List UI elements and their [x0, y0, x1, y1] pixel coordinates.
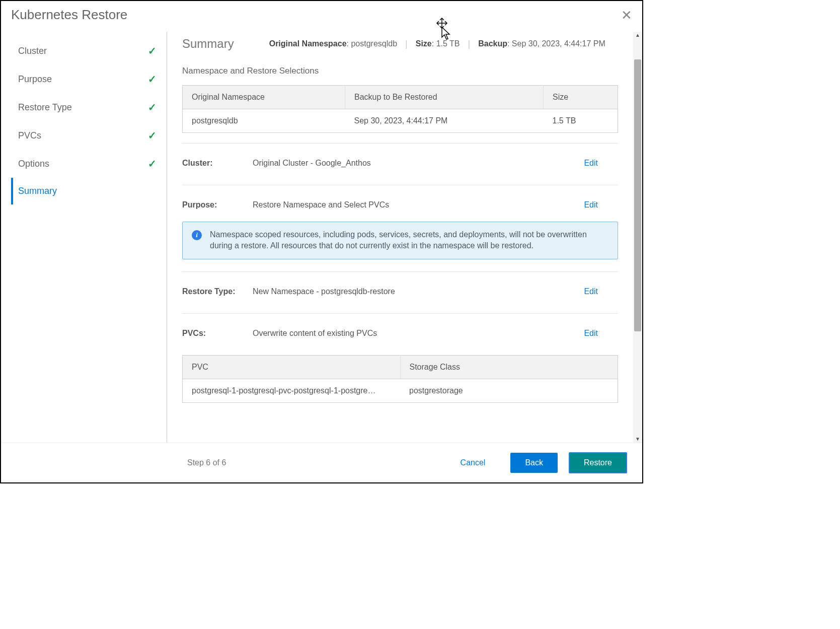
restore-button[interactable]: Restore: [569, 452, 627, 473]
scroll-down-icon[interactable]: ▼: [633, 436, 642, 443]
step-cluster[interactable]: Cluster ✓: [11, 37, 167, 65]
step-label: Cluster: [18, 46, 47, 56]
info-icon: i: [192, 230, 202, 240]
th-size: Size: [544, 86, 618, 109]
wizard-footer: Step 6 of 6 Cancel Back Restore: [1, 443, 642, 482]
scroll-up-icon[interactable]: ▲: [633, 32, 642, 39]
meta-value: 1.5 TB: [436, 39, 460, 48]
cell-namespace: postgresqldb: [183, 109, 345, 133]
kv-value: Restore Namespace and Select PVCs: [253, 200, 584, 209]
cell-backup: Sep 30, 2023, 4:44:17 PM: [345, 109, 544, 133]
step-label: Options: [18, 159, 49, 169]
step-indicator: Step 6 of 6: [16, 458, 226, 467]
scroll-thumb[interactable]: [634, 59, 641, 331]
kv-label: Purpose:: [182, 200, 253, 209]
meta-backup: Backup: Sep 30, 2023, 4:44:17 PM: [478, 39, 605, 48]
modal-header: Kubernetes Restore ✕: [1, 1, 642, 32]
meta-label: Original Namespace: [269, 39, 347, 48]
table-header-row: Original Namespace Backup to Be Restored…: [183, 86, 618, 109]
section-heading: Namespace and Restore Selections: [182, 66, 618, 76]
step-label: Summary: [18, 186, 57, 196]
namespace-selection-table: Original Namespace Backup to Be Restored…: [182, 85, 618, 133]
th-original-namespace: Original Namespace: [183, 86, 345, 109]
kv-label: PVCs:: [182, 329, 253, 338]
table-row: postgresql-1-postgresql-pvc-postgresql-1…: [183, 379, 618, 402]
edit-cluster-link[interactable]: Edit: [584, 159, 618, 168]
restore-wizard-modal: Kubernetes Restore ✕ Cluster ✓ Purpose ✓…: [0, 0, 643, 483]
meta-separator: |: [405, 39, 408, 49]
modal-body: Cluster ✓ Purpose ✓ Restore Type ✓ PVCs …: [1, 32, 642, 443]
th-storage-class: Storage Class: [400, 355, 618, 379]
divider: [182, 185, 618, 185]
summary-content: Summary Original Namespace: postgresqldb…: [167, 32, 633, 443]
kv-label: Restore Type:: [182, 287, 253, 296]
checkmark-icon: ✓: [148, 129, 157, 142]
modal-title: Kubernetes Restore: [11, 7, 127, 23]
scrollbar[interactable]: ▲ ▼: [633, 32, 642, 443]
kv-restore-type: Restore Type: New Namespace - postgresql…: [182, 284, 618, 308]
step-restore-type[interactable]: Restore Type ✓: [11, 93, 167, 121]
checkmark-icon: ✓: [148, 101, 157, 113]
meta-original-namespace: Original Namespace: postgresqldb: [269, 39, 397, 48]
edit-purpose-link[interactable]: Edit: [584, 200, 618, 209]
summary-header: Summary Original Namespace: postgresqldb…: [182, 37, 618, 51]
meta-label: Backup: [478, 39, 507, 48]
kv-value: Overwrite content of existing PVCs: [253, 329, 584, 338]
back-button[interactable]: Back: [510, 453, 558, 473]
info-text: Namespace scoped resources, including po…: [210, 229, 608, 252]
cell-size: 1.5 TB: [544, 109, 618, 133]
step-label: PVCs: [18, 130, 41, 141]
kv-value: New Namespace - postgresqldb-restore: [253, 287, 584, 296]
th-backup: Backup to Be Restored: [345, 86, 544, 109]
step-purpose[interactable]: Purpose ✓: [11, 65, 167, 93]
kv-pvcs: PVCs: Overwrite content of existing PVCs…: [182, 326, 618, 350]
kv-value: Original Cluster - Google_Anthos: [253, 159, 584, 168]
step-pvcs[interactable]: PVCs ✓: [11, 121, 167, 150]
cell-pvc: postgresql-1-postgresql-pvc-postgresql-1…: [183, 379, 401, 402]
summary-heading: Summary: [182, 37, 234, 51]
table-header-row: PVC Storage Class: [183, 355, 618, 379]
th-pvc: PVC: [183, 355, 401, 379]
meta-size: Size: 1.5 TB: [416, 39, 460, 48]
cell-pvc-text: postgresql-1-postgresql-pvc-postgresql-1…: [192, 386, 378, 395]
divider: [182, 271, 618, 272]
edit-pvcs-link[interactable]: Edit: [584, 329, 618, 338]
kv-cluster: Cluster: Original Cluster - Google_Antho…: [182, 156, 618, 180]
step-options[interactable]: Options ✓: [11, 150, 167, 178]
wizard-steps-sidebar: Cluster ✓ Purpose ✓ Restore Type ✓ PVCs …: [11, 32, 167, 443]
table-row: postgresqldb Sep 30, 2023, 4:44:17 PM 1.…: [183, 109, 618, 133]
step-label: Restore Type: [18, 102, 72, 113]
checkmark-icon: ✓: [148, 73, 157, 85]
close-icon[interactable]: ✕: [621, 9, 632, 22]
cell-storage-class: postgrestorage: [400, 379, 618, 402]
pvc-table: PVC Storage Class postgresql-1-postgresq…: [182, 355, 618, 403]
cancel-button[interactable]: Cancel: [446, 453, 500, 472]
meta-value: postgresqldb: [351, 39, 397, 48]
divider: [182, 313, 618, 314]
checkmark-icon: ✓: [148, 45, 157, 57]
kv-label: Cluster:: [182, 159, 253, 168]
step-summary[interactable]: Summary: [11, 178, 167, 204]
step-label: Purpose: [18, 74, 52, 85]
info-banner: i Namespace scoped resources, including …: [182, 222, 618, 259]
meta-value: Sep 30, 2023, 4:44:17 PM: [512, 39, 605, 48]
divider: [182, 143, 618, 144]
edit-restore-type-link[interactable]: Edit: [584, 287, 618, 296]
kv-purpose: Purpose: Restore Namespace and Select PV…: [182, 197, 618, 222]
meta-label: Size: [416, 39, 432, 48]
checkmark-icon: ✓: [148, 158, 157, 170]
content-wrap: Summary Original Namespace: postgresqldb…: [167, 32, 642, 443]
meta-separator: |: [468, 39, 470, 49]
